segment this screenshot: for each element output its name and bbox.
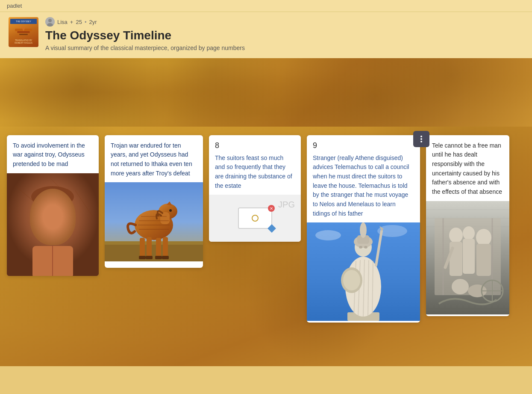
svg-point-20 <box>49 221 56 224</box>
svg-rect-25 <box>105 242 203 261</box>
time-ago: 2yr <box>89 19 97 25</box>
svg-point-31 <box>169 209 172 212</box>
image-placeholder-icon <box>252 215 259 222</box>
brand-label: padlet <box>7 3 22 9</box>
author-name: Lisa <box>57 19 68 25</box>
card-1: To avoid involvement in the war against … <box>7 135 99 276</box>
odysseus-svg <box>7 173 99 276</box>
jpg-label: JPG <box>278 200 295 210</box>
hero-bg <box>0 58 532 127</box>
card-2-image <box>105 182 203 268</box>
diamond-icon <box>267 224 276 233</box>
svg-point-5 <box>48 19 52 22</box>
svg-rect-3 <box>19 34 28 35</box>
svg-point-74 <box>463 226 475 240</box>
dot1 <box>420 136 422 137</box>
svg-point-76 <box>476 229 491 246</box>
svg-rect-35 <box>163 237 168 257</box>
svg-rect-37 <box>146 256 153 259</box>
svg-point-61 <box>343 270 360 290</box>
odysseus-fresco <box>7 173 99 276</box>
svg-rect-36 <box>139 256 146 259</box>
svg-point-13 <box>37 196 45 204</box>
card-3-text-area: 8 The suitors feast so much and so frequ… <box>209 135 301 195</box>
svg-rect-75 <box>463 239 475 274</box>
svg-rect-33 <box>147 237 152 257</box>
cards-section: To avoid involvement in the war against … <box>0 127 532 366</box>
svg-point-16 <box>55 192 65 202</box>
trojan-horse-svg <box>105 182 203 261</box>
classical-scene-svg <box>426 201 509 314</box>
follower-count: 25 <box>76 19 82 25</box>
card-5-text-area: Tele cannot be a free man until he has d… <box>426 135 509 201</box>
card-5-text: Tele cannot be a free man until he has d… <box>432 141 503 197</box>
header-info: Lisa + 25 • 2yr The Odyssey Timeline A v… <box>45 17 523 51</box>
svg-rect-39 <box>162 256 169 259</box>
svg-point-15 <box>47 189 58 200</box>
card-4: 9 Stranger (really Athene disguised) adv… <box>307 135 420 323</box>
card-3-number: 8 <box>215 141 295 150</box>
upload-placeholder[interactable]: JPG ✕ <box>209 195 301 242</box>
svg-point-78 <box>452 279 469 294</box>
topbar: padlet <box>0 0 532 12</box>
svg-point-17 <box>60 196 68 204</box>
card-2-text-area: Trojan war endured for ten years, and ye… <box>105 135 203 183</box>
svg-rect-72 <box>450 242 462 276</box>
svg-point-19 <box>55 212 61 216</box>
svg-point-12 <box>31 186 74 207</box>
svg-rect-34 <box>156 238 161 257</box>
svg-point-18 <box>44 212 50 216</box>
card-4-text-area: 9 Stranger (really Athene disguised) adv… <box>307 135 420 223</box>
athene-svg <box>307 222 420 321</box>
svg-rect-2 <box>17 31 30 33</box>
card-1-image <box>7 173 99 276</box>
svg-point-71 <box>449 228 463 243</box>
svg-rect-32 <box>140 238 145 257</box>
page-subtitle: A visual summary of the classical master… <box>45 44 523 51</box>
card-4-image <box>307 222 420 323</box>
card-1-text: To avoid involvement in the war against … <box>13 141 93 169</box>
header-meta: Lisa + 25 • 2yr <box>45 17 523 27</box>
upload-box[interactable]: ✕ <box>238 207 272 229</box>
svg-rect-77 <box>476 244 491 276</box>
meta-dot: • <box>85 19 87 25</box>
svg-point-11 <box>32 191 73 241</box>
book-thumbnail: THE ODYSSEY TRANSLATED BYROBERT FAGLES <box>9 17 38 47</box>
svg-point-45 <box>315 230 341 240</box>
dot2 <box>420 138 422 140</box>
card-4-text: Stranger (really Athene disguised) advic… <box>313 154 414 219</box>
author-plus: + <box>70 19 73 25</box>
header: THE ODYSSEY TRANSLATED BYROBERT FAGLES <box>0 12 532 58</box>
svg-point-57 <box>360 222 367 238</box>
svg-point-63 <box>364 246 367 249</box>
card-5-image <box>426 201 509 316</box>
card-2: Trojan war endured for ten years, and ye… <box>105 135 203 268</box>
remove-icon[interactable]: ✕ <box>268 205 275 212</box>
card-3: 8 The suitors feast so much and so frequ… <box>209 135 301 242</box>
more-button-wrap <box>413 131 429 147</box>
card-4-number: 9 <box>313 141 414 150</box>
svg-point-21 <box>38 227 68 244</box>
dot3 <box>420 141 422 142</box>
svg-point-14 <box>40 192 50 202</box>
svg-rect-38 <box>155 256 162 259</box>
card-1-text-area: To avoid involvement in the war against … <box>7 135 99 173</box>
thumbnail-stripe-text: THE ODYSSEY <box>16 20 31 23</box>
card-5: Tele cannot be a free man until he has d… <box>426 135 509 316</box>
thumbnail-art <box>13 25 34 38</box>
cards-row: To avoid involvement in the war against … <box>7 135 525 323</box>
avatar <box>45 17 55 27</box>
more-options-button[interactable] <box>413 131 429 147</box>
svg-point-62 <box>359 246 362 249</box>
thumbnail-stripe: THE ODYSSEY <box>10 19 37 24</box>
card-2-text: Trojan war endured for ten years, and ye… <box>111 141 197 178</box>
svg-rect-26 <box>105 241 203 245</box>
card-3-text: The suitors feast so much and so frequen… <box>215 154 295 191</box>
svg-rect-29 <box>160 212 170 224</box>
page-title: The Odyssey Timeline <box>45 28 523 43</box>
